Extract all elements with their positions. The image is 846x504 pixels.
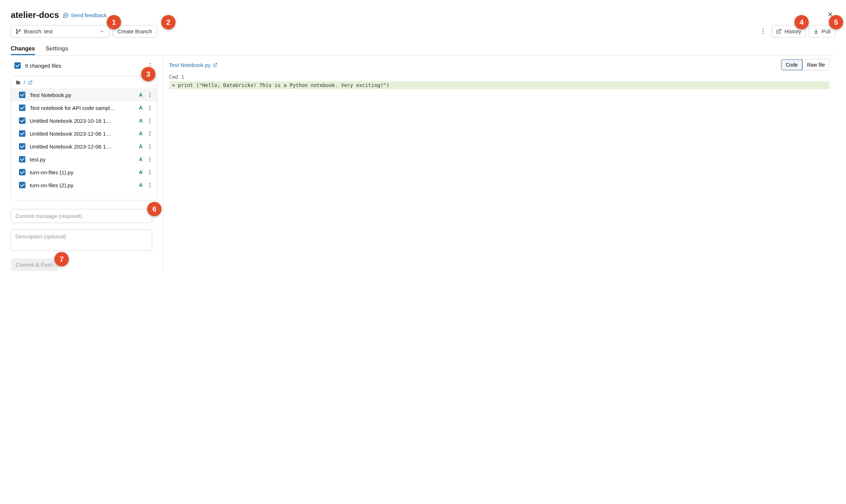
file-checkbox[interactable]: [19, 130, 25, 137]
file-more-icon[interactable]: [147, 118, 153, 123]
folder-row[interactable]: /: [11, 77, 157, 88]
main-split: 9 changed files / Test Notebook.pyATest …: [11, 55, 835, 271]
file-name: test.py: [30, 156, 135, 163]
callout-1: 1: [107, 15, 121, 29]
changes-header: 9 changed files: [11, 60, 163, 74]
download-icon: [813, 29, 819, 34]
changed-files-count: 9 changed files: [25, 63, 61, 69]
branch-label: Branch: test: [24, 28, 53, 34]
file-status: A: [139, 118, 143, 123]
header-row: atelier-docs Send feedback: [11, 10, 835, 20]
svg-line-12: [215, 63, 217, 65]
callout-7: 7: [54, 252, 69, 266]
svg-point-1: [66, 15, 66, 15]
file-status: A: [139, 92, 143, 98]
cmd-label: Cmd 1: [169, 73, 830, 81]
file-checkbox[interactable]: [19, 156, 25, 163]
svg-point-5: [16, 29, 17, 30]
file-name: Test notebook for API code sampl…: [30, 105, 135, 111]
external-link-icon: [776, 29, 782, 34]
file-name: Test Notebook.py: [30, 92, 135, 98]
file-row[interactable]: Untitled Notebook 2023-10-18 1…A: [11, 114, 157, 127]
commit-push-button[interactable]: Commit & Push: [11, 258, 58, 271]
svg-line-8: [779, 29, 781, 32]
file-list: / Test Notebook.pyATest notebook for API…: [11, 76, 157, 200]
file-name: Untitled Notebook 2023-10-18 1…: [30, 118, 135, 124]
file-more-icon[interactable]: [147, 106, 153, 110]
branch-icon: [15, 29, 21, 34]
left-pane: 9 changed files / Test Notebook.pyATest …: [11, 55, 163, 271]
diff-file-link[interactable]: Test Notebook.py: [169, 62, 217, 68]
create-branch-button[interactable]: Create Branch: [113, 25, 157, 38]
external-link-icon: [213, 63, 217, 67]
chevron-down-icon: [100, 29, 105, 34]
callout-2: 2: [161, 15, 176, 29]
file-checkbox[interactable]: [19, 143, 25, 150]
callout-5: 5: [829, 15, 843, 29]
pull-label: Pull: [822, 28, 831, 34]
view-segmented: Code Raw file: [781, 59, 830, 71]
file-row[interactable]: Test Notebook.pyA: [11, 88, 157, 101]
create-branch-label: Create Branch: [117, 28, 152, 34]
file-status: A: [139, 144, 143, 149]
view-code-button[interactable]: Code: [781, 59, 803, 71]
file-name: turn-on-files (1).py: [30, 169, 135, 175]
view-raw-button[interactable]: Raw file: [803, 59, 829, 70]
file-checkbox[interactable]: [19, 105, 25, 111]
file-name: Untitled Notebook 2023-12-06 1…: [30, 144, 135, 150]
folder-icon: [15, 80, 21, 85]
file-more-icon[interactable]: [147, 131, 153, 136]
file-more-icon[interactable]: [147, 157, 153, 162]
file-status: A: [139, 169, 143, 175]
branch-selector[interactable]: Branch: test: [11, 25, 109, 38]
file-more-icon[interactable]: [147, 170, 153, 175]
tabs: Changes Settings: [11, 43, 835, 55]
file-status: A: [139, 131, 143, 136]
svg-line-11: [30, 81, 32, 83]
file-checkbox[interactable]: [19, 169, 25, 175]
svg-point-7: [19, 30, 20, 31]
history-label: History: [784, 28, 801, 34]
file-status: A: [139, 156, 143, 162]
file-more-icon[interactable]: [147, 144, 153, 149]
toolbar-more-icon[interactable]: [757, 26, 769, 37]
select-all-checkbox[interactable]: [14, 62, 21, 69]
svg-point-0: [64, 15, 65, 15]
diff-header: Test Notebook.py Code Raw file: [169, 59, 830, 71]
send-feedback-link[interactable]: Send feedback: [63, 12, 107, 18]
folder-path: /: [24, 79, 25, 86]
toolbar-left: Branch: test Create Branch 1 2: [11, 25, 157, 38]
callout-6: 6: [147, 202, 162, 216]
file-more-icon[interactable]: [147, 183, 153, 188]
file-row[interactable]: Test notebook for API code sampl…A: [11, 101, 157, 114]
diff-added-line: + print ("Hello, Databricks! This is a P…: [169, 81, 830, 89]
feedback-icon: [63, 12, 69, 18]
file-name: Untitled Notebook 2023-12-06 1…: [30, 131, 135, 137]
external-link-icon: [28, 80, 33, 85]
file-row[interactable]: Untitled Notebook 2023-12-06 1…A: [11, 140, 157, 153]
toolbar-right: History Pull 4 5: [757, 25, 835, 38]
svg-point-2: [66, 15, 67, 15]
file-row[interactable]: test.pyA: [11, 153, 157, 166]
tab-changes[interactable]: Changes: [11, 43, 35, 55]
file-status: A: [139, 182, 143, 188]
file-checkbox[interactable]: [19, 182, 25, 188]
svg-point-6: [16, 33, 17, 34]
file-checkbox[interactable]: [19, 92, 25, 98]
callout-4: 4: [794, 15, 809, 29]
feedback-label: Send feedback: [71, 12, 107, 18]
file-row[interactable]: turn-on-files (1).pyA: [11, 166, 157, 179]
right-pane: Test Notebook.py Code Raw file Cmd 1 + p…: [163, 55, 835, 271]
diff-code: Cmd 1 + print ("Hello, Databricks! This …: [169, 73, 830, 89]
file-row[interactable]: turn-on-files (2).pyA: [11, 179, 157, 192]
file-more-icon[interactable]: [147, 93, 153, 97]
description-input[interactable]: [11, 229, 152, 251]
tab-settings[interactable]: Settings: [46, 43, 68, 55]
toolbar: Branch: test Create Branch 1 2 History P…: [11, 25, 835, 38]
commit-message-input[interactable]: [11, 209, 152, 223]
file-checkbox[interactable]: [19, 117, 25, 124]
file-row[interactable]: Untitled Notebook 2023-12-06 1…A: [11, 127, 157, 140]
callout-3: 3: [141, 67, 155, 81]
file-status: A: [139, 105, 143, 111]
repo-title: atelier-docs: [11, 10, 59, 20]
